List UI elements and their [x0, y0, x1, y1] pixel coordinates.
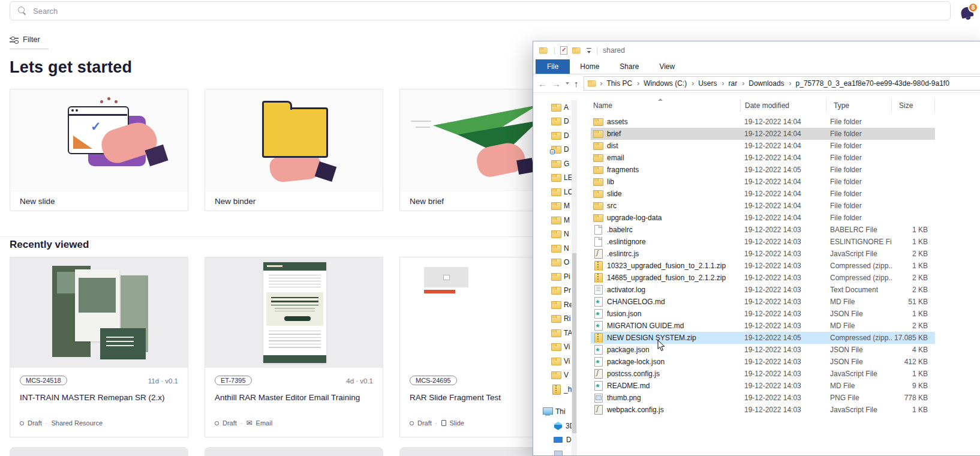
- email-button-shape: [284, 316, 311, 321]
- file-row[interactable]: .eslintrc.js19-12-2022 14:03JavaScript F…: [591, 248, 935, 260]
- file-row[interactable]: src19-12-2022 14:04File folder: [591, 200, 935, 212]
- file-row[interactable]: upgrade-log-data19-12-2022 14:04File fol…: [591, 212, 935, 224]
- column-header-type[interactable]: Type: [826, 99, 892, 112]
- tree-item[interactable]: [533, 447, 572, 455]
- breadcrumb-users[interactable]: Users: [690, 79, 719, 88]
- doc-meta: Draft · Shared Resource: [20, 419, 103, 427]
- tab-view[interactable]: View: [649, 59, 685, 74]
- doc-title: Anthill RAR Master Editor Email Training: [215, 393, 374, 402]
- tree-item[interactable]: _h: [533, 382, 572, 397]
- file-row[interactable]: webpack.config.js19-12-2022 14:03JavaScr…: [591, 404, 935, 416]
- tree-item[interactable]: LO: [533, 185, 572, 199]
- new-binder-card[interactable]: New binder: [205, 89, 383, 211]
- file-row[interactable]: activator.log19-12-2022 14:03Text Docume…: [591, 284, 935, 296]
- tree-item[interactable]: V: [533, 368, 572, 383]
- filter-button[interactable]: Filter: [10, 35, 49, 49]
- tab-home[interactable]: Home: [570, 59, 609, 74]
- tree-item[interactable]: M: [533, 199, 572, 214]
- tab-file[interactable]: File: [536, 59, 570, 74]
- scrollbar-thumb[interactable]: [572, 253, 576, 433]
- folder-icon[interactable]: [572, 47, 580, 55]
- tree-item[interactable]: A: [533, 100, 572, 115]
- tree-item[interactable]: O: [533, 256, 572, 270]
- new-slide-card[interactable]: ✓ New slide: [10, 89, 188, 211]
- zip-file-icon: [551, 385, 561, 394]
- recent-card[interactable]: MCS-24518 11d · v0.1 INT-TRAIN MASTER Re…: [10, 257, 188, 437]
- tab-share[interactable]: Share: [609, 59, 649, 74]
- file-row[interactable]: package.json19-12-2022 14:03JSON File4 K…: [591, 344, 935, 356]
- tree-item[interactable]: D: [533, 143, 572, 157]
- notifications-bell-button[interactable]: 8: [958, 2, 980, 22]
- tree-item[interactable]: D: [533, 115, 572, 129]
- check-glyph: ✓: [91, 119, 101, 134]
- history-chevron-icon[interactable]: [566, 82, 569, 85]
- search-input[interactable]: Search: [10, 1, 951, 20]
- tree-item-this-pc[interactable]: Thi: [533, 405, 572, 419]
- dot-separator: ·: [46, 419, 48, 427]
- explorer-titlebar[interactable]: | | shared: [533, 41, 980, 59]
- md-file-icon: [593, 297, 603, 307]
- address-bar[interactable]: This PC Windows (C:) Users rar Downloads…: [584, 76, 980, 91]
- tree-scrollbar[interactable]: [572, 100, 577, 455]
- tree-item-3d-objects[interactable]: 3D: [533, 419, 572, 433]
- tree-item[interactable]: M: [533, 213, 572, 227]
- file-row[interactable]: thumb.png19-12-2022 14:03PNG File778 KB: [591, 392, 935, 404]
- doc-id-badge: MCS-24695: [410, 376, 457, 385]
- column-header-size[interactable]: Size: [892, 99, 935, 112]
- file-row[interactable]: .eslintignore19-12-2022 14:03ESLINTIGNOR…: [591, 236, 935, 248]
- tree-item[interactable]: Vi: [533, 354, 572, 368]
- tree-item[interactable]: Re: [533, 298, 572, 312]
- tree-item[interactable]: D: [533, 128, 572, 143]
- back-icon[interactable]: ←: [538, 79, 547, 88]
- tree-item[interactable]: LE: [533, 171, 572, 185]
- customize-toolbar-button[interactable]: [587, 48, 591, 53]
- this-pc-icon: [543, 407, 552, 416]
- file-row-selected[interactable]: brief19-12-2022 14:04File folder: [591, 128, 935, 140]
- file-row[interactable]: MIGRATION GUIDE.md19-12-2022 14:03MD Fil…: [591, 320, 935, 332]
- tree-item[interactable]: Pr: [533, 284, 572, 298]
- file-row[interactable]: fusion.json19-12-2022 14:03JSON File1 KB: [591, 308, 935, 320]
- tree-item[interactable]: G: [533, 157, 572, 171]
- tree-item-desktop[interactable]: De: [533, 433, 572, 448]
- file-row[interactable]: .babelrc19-12-2022 14:03BABELRC File1 KB: [591, 224, 935, 236]
- file-row[interactable]: 14685_upgraded_fusion_to_2.1.2.zip19-12-…: [591, 272, 935, 284]
- column-header-name[interactable]: Name: [591, 99, 741, 112]
- tree-item[interactable]: Vi: [533, 340, 572, 355]
- tree-item[interactable]: N: [533, 241, 572, 256]
- tree-item[interactable]: TA: [533, 326, 572, 340]
- motion-line: [411, 121, 431, 122]
- file-row[interactable]: README.md19-12-2022 14:03MD File9 KB: [591, 380, 935, 392]
- quick-access-check-icon[interactable]: [560, 46, 567, 55]
- up-icon[interactable]: ↑: [574, 79, 579, 88]
- column-header-date-modified[interactable]: Date modified: [741, 99, 826, 112]
- file-row[interactable]: assets19-12-2022 14:04File folder: [591, 116, 935, 128]
- file-row-hovered[interactable]: NEW DESIGN SYSTEM.zip19-12-2022 14:05Com…: [591, 332, 935, 344]
- breadcrumb-this-pc[interactable]: This PC: [599, 79, 635, 88]
- breadcrumb-drive[interactable]: Windows (C:): [635, 79, 689, 88]
- file-row[interactable]: CHANGELOG.md19-12-2022 14:03MD File51 KB: [591, 296, 935, 308]
- breadcrumb-user[interactable]: rar: [720, 79, 739, 88]
- image-placeholder: [424, 267, 468, 287]
- recent-card[interactable]: ET-7395 4d · v0.1 Anthill RAR Master Edi…: [205, 257, 383, 437]
- deco-dot: [115, 100, 118, 103]
- file-row[interactable]: fragments19-12-2022 14:05File folder: [591, 164, 935, 176]
- dot-separator: ·: [435, 419, 438, 427]
- forward-icon[interactable]: →: [552, 79, 561, 88]
- breadcrumb-downloads[interactable]: Downloads: [740, 79, 786, 88]
- file-row[interactable]: slide19-12-2022 14:04File folder: [591, 188, 935, 200]
- file-row[interactable]: package-lock.json19-12-2022 14:03JSON Fi…: [591, 356, 935, 368]
- file-list: assets19-12-2022 14:04File folder brief1…: [591, 116, 935, 416]
- folder-icon: [593, 189, 603, 199]
- file-row[interactable]: dist19-12-2022 14:04File folder: [591, 140, 935, 152]
- status-label: Draft: [28, 419, 42, 427]
- tree-item[interactable]: Pi: [533, 269, 572, 284]
- tree-item[interactable]: N: [533, 227, 572, 242]
- file-row[interactable]: postcss.config.js19-12-2022 14:03JavaScr…: [591, 368, 935, 380]
- tree-item[interactable]: Ri: [533, 312, 572, 326]
- tree-group-gap: [533, 397, 572, 405]
- file-row[interactable]: 10323_upgraded_fusion_to_2.1.1.zip19-12-…: [591, 260, 935, 272]
- file-row[interactable]: lib19-12-2022 14:04File folder: [591, 176, 935, 188]
- age-version-label: 11d · v0.1: [148, 377, 178, 385]
- breadcrumb-folder[interactable]: p_75778_0_3_ea1f8e70-ee99-43de-980d-9a1f…: [787, 79, 951, 88]
- file-row[interactable]: email19-12-2022 14:04File folder: [591, 152, 935, 164]
